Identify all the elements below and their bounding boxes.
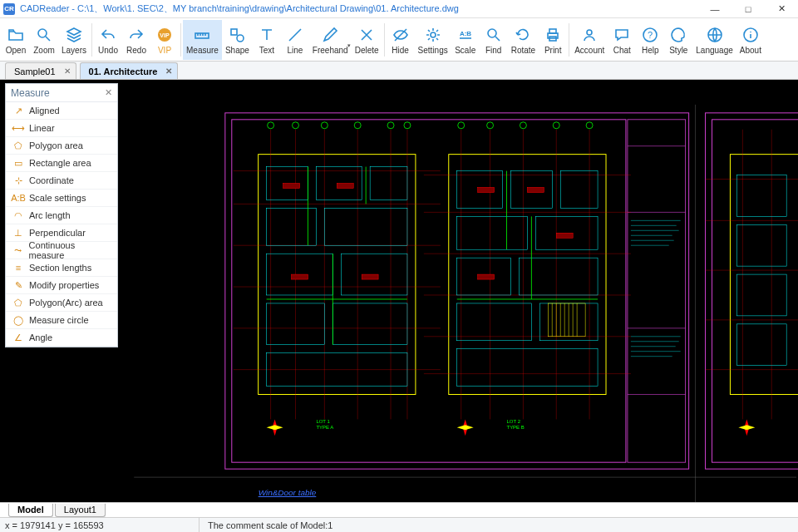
scale-button[interactable]: A:BScale	[451, 20, 480, 60]
measure-item-icon: A:B	[12, 192, 24, 204]
tab-label: Layout1	[64, 505, 96, 515]
measure-item-continuous-measure[interactable]: ⤳Continuous measure	[6, 242, 117, 259]
style-button[interactable]: Style	[664, 20, 692, 60]
layers-button[interactable]: Layers	[58, 20, 90, 60]
measure-item-polygon-area[interactable]: ⬠Polygon area	[6, 137, 117, 155]
find-label: Find	[485, 46, 501, 55]
line-label: Line	[287, 46, 303, 55]
svg-text:TYPE A: TYPE A	[316, 425, 333, 430]
chat-button[interactable]: Chat	[608, 20, 636, 60]
redo-button[interactable]: Redo	[122, 20, 150, 60]
undo-button[interactable]: Undo	[94, 20, 122, 60]
find-button[interactable]: Find	[480, 20, 508, 60]
drawing-canvas[interactable]: LOT 1 TYPE A	[0, 80, 798, 502]
measure-item-coordinate[interactable]: ⊹Coordinate	[6, 172, 117, 190]
measure-item-icon: ↗	[12, 105, 24, 116]
svg-rect-106	[548, 303, 585, 337]
canvas-link[interactable]: Win&Door table	[259, 488, 317, 497]
svg-point-5	[237, 35, 244, 42]
svg-text:?: ?	[648, 30, 653, 40]
layers-icon	[64, 25, 84, 45]
measure-button[interactable]: Measure	[183, 20, 222, 60]
about-button[interactable]: About	[736, 20, 765, 60]
maximize-button[interactable]: □	[732, 0, 765, 18]
measure-item-icon: ✎	[12, 279, 24, 291]
style-label: Style	[669, 46, 687, 55]
scale-label: Scale	[455, 46, 475, 55]
shape-icon	[227, 25, 247, 45]
measure-item-modify-properties[interactable]: ✎Modify properties	[6, 277, 117, 294]
measure-item-rectangle-area[interactable]: ▭Rectangle area	[6, 155, 117, 172]
measure-item-icon: ⬠	[12, 297, 24, 308]
language-button[interactable]: Language	[692, 20, 736, 60]
delete-button[interactable]: Delete	[352, 20, 382, 60]
open-label: Open	[6, 46, 26, 55]
measure-item-polygon-arc-area[interactable]: ⬠Polygon(Arc) area	[6, 294, 117, 312]
open-button[interactable]: Open	[2, 20, 30, 60]
svg-rect-122	[706, 113, 798, 469]
svg-rect-116	[478, 274, 495, 279]
settings-label: Settings	[418, 46, 448, 55]
about-label: About	[740, 46, 761, 55]
zoom-button[interactable]: Zoom	[30, 20, 58, 60]
measure-item-label: Section lengths	[29, 263, 91, 273]
measure-item-label: Aligned	[29, 106, 60, 116]
rotate-button[interactable]: Rotate	[508, 20, 539, 60]
tab-architecture[interactable]: 01. Architecture✕	[80, 62, 179, 79]
measure-item-label: Perpendicular	[29, 228, 86, 238]
svg-rect-132	[736, 175, 786, 217]
measure-item-icon: ≡	[12, 262, 24, 273]
help-icon: ?	[640, 25, 660, 45]
measure-item-aligned[interactable]: ↗Aligned	[6, 102, 117, 120]
measure-item-measure-circle[interactable]: ◯Measure circle	[6, 312, 117, 329]
vip-button[interactable]: VIPVIP	[150, 20, 179, 60]
chat-icon	[612, 25, 632, 45]
printer-icon	[543, 25, 563, 45]
main-toolbar: Open Zoom Layers Undo Redo VIPVIP Measur…	[0, 18, 798, 62]
hide-label: Hide	[392, 46, 409, 55]
svg-point-6	[431, 32, 436, 37]
measure-item-scale-settings[interactable]: A:BScale settings	[6, 190, 117, 207]
close-button[interactable]: ✕	[765, 0, 798, 18]
shape-button[interactable]: Shape	[222, 20, 253, 60]
svg-rect-68	[283, 184, 300, 189]
tab-label: Model	[17, 505, 44, 515]
toolbar-separator	[180, 23, 181, 57]
search-icon	[484, 25, 504, 45]
svg-rect-95	[560, 171, 598, 209]
measure-item-arc-length[interactable]: ◠Arc length	[6, 207, 117, 224]
account-button[interactable]: Account	[571, 20, 608, 60]
freehand-button[interactable]: Freehand▾	[309, 20, 352, 60]
help-button[interactable]: ?Help	[636, 20, 664, 60]
close-icon[interactable]: ✕	[64, 66, 71, 76]
svg-point-49	[293, 122, 299, 129]
measure-item-linear[interactable]: ⟷Linear	[6, 120, 117, 137]
status-scale: The comment scale of Model:1	[200, 520, 332, 530]
measure-item-icon: ⟷	[12, 122, 24, 134]
measure-item-perpendicular[interactable]: ⊥Perpendicular	[6, 224, 117, 242]
palette-icon	[668, 25, 688, 45]
hide-button[interactable]: Hide	[387, 20, 415, 60]
window-title: CADReader - C:\1、Work\1. SEC\2、MY branch…	[20, 2, 698, 15]
minimize-button[interactable]: —	[698, 0, 732, 18]
close-icon[interactable]: ✕	[165, 66, 172, 76]
account-label: Account	[574, 46, 604, 55]
tab-sample01[interactable]: Sample01✕	[5, 62, 76, 79]
gear-icon	[423, 25, 443, 45]
settings-button[interactable]: Settings	[415, 20, 451, 60]
tab-model[interactable]: Model	[8, 504, 53, 517]
tab-layout1[interactable]: Layout1	[55, 504, 106, 517]
measure-item-angle[interactable]: ∠Angle	[6, 329, 117, 347]
text-button[interactable]: Text	[253, 20, 281, 60]
measure-item-label: Angle	[29, 332, 52, 342]
measure-item-section-lengths[interactable]: ≡Section lengths	[6, 259, 117, 277]
svg-rect-135	[736, 324, 786, 366]
line-button[interactable]: Line	[281, 20, 309, 60]
measure-item-icon: ◯	[12, 314, 24, 326]
folder-open-icon	[6, 25, 26, 45]
measure-item-label: Polygon(Arc) area	[29, 298, 103, 308]
print-button[interactable]: Print	[539, 20, 567, 60]
document-tabs: Sample01✕ 01. Architecture✕	[0, 62, 798, 80]
close-icon[interactable]: ✕	[105, 87, 112, 98]
app-icon: CR	[3, 3, 15, 15]
